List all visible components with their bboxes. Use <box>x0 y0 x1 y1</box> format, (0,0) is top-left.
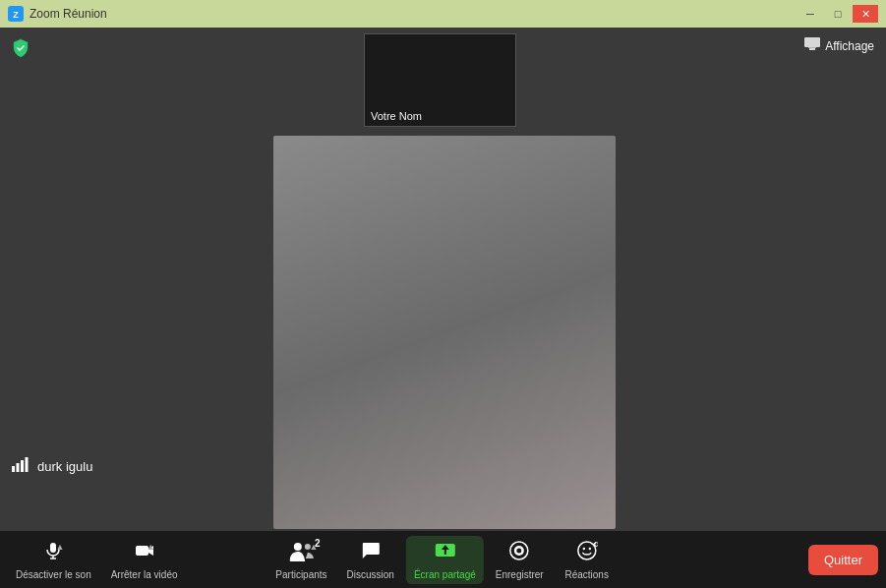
svg-rect-8 <box>26 457 29 472</box>
screen-share-icon <box>433 540 456 567</box>
svg-rect-6 <box>17 463 20 472</box>
discussion-button[interactable]: Discussion <box>339 536 402 584</box>
svg-rect-4 <box>808 47 816 48</box>
record-icon <box>508 540 530 567</box>
titlebar-left: Z Zoom Réunion <box>8 6 107 22</box>
toolbar-right: Quitter <box>808 545 878 575</box>
user-name-label: durk igulu <box>37 459 92 474</box>
window-controls: ─ □ ✕ <box>797 5 878 23</box>
affichage-icon <box>804 37 820 54</box>
svg-point-21 <box>588 547 590 549</box>
video-chevron-icon[interactable]: ▲ <box>147 542 155 552</box>
main-video-area: Affichage Votre Nom durk igulu <box>0 28 886 531</box>
maximize-button[interactable]: □ <box>825 5 851 23</box>
screen-share-label: Écran partagé <box>414 569 476 580</box>
self-video-thumbnail: Votre Nom <box>364 33 516 127</box>
mic-chevron-icon[interactable]: ▲ <box>55 542 64 552</box>
svg-rect-7 <box>21 460 24 472</box>
screen-share-button[interactable]: Écran partagé <box>406 536 484 584</box>
svg-point-19 <box>578 542 596 559</box>
user-info-bar: durk igulu <box>12 456 92 476</box>
minimize-button[interactable]: ─ <box>797 5 823 23</box>
mic-button[interactable]: ▲ Désactiver le son <box>8 536 99 584</box>
mic-icon: ▲ <box>42 540 64 567</box>
signal-icon <box>12 456 31 476</box>
record-label: Enregistrer <box>496 569 544 580</box>
titlebar: Z Zoom Réunion ─ □ ✕ <box>0 0 886 28</box>
window-title: Zoom Réunion <box>30 7 107 21</box>
quit-button[interactable]: Quitter <box>808 545 878 575</box>
svg-point-20 <box>582 547 584 549</box>
svg-rect-2 <box>804 37 820 47</box>
mic-label: Désactiver le son <box>16 569 91 580</box>
self-video-label: Votre Nom <box>371 110 422 122</box>
record-button[interactable]: Enregistrer <box>488 536 552 584</box>
toolbar-left: ▲ Désactiver le son ▲ Arrêter la vidéo <box>8 536 186 584</box>
svg-rect-3 <box>809 48 815 50</box>
svg-text:+: + <box>595 543 597 547</box>
svg-text:Z: Z <box>13 10 19 20</box>
reactions-label: Réactions <box>564 569 608 580</box>
affichage-label: Affichage <box>825 39 874 53</box>
participants-label: Participants <box>275 569 326 580</box>
affichage-button[interactable]: Affichage <box>804 37 874 54</box>
toolbar: ▲ Désactiver le son ▲ Arrêter la vidéo <box>0 531 886 588</box>
participants-button[interactable]: 2 ▲ Participants <box>267 536 334 584</box>
camera-icon: ▲ <box>134 540 155 567</box>
reactions-button[interactable]: + Réactions <box>556 536 619 584</box>
security-shield-icon <box>10 37 31 59</box>
video-label: Arrêter la vidéo <box>111 569 178 580</box>
toolbar-center: 2 ▲ Participants Discussion Écran part <box>267 536 618 584</box>
zoom-logo-icon: Z <box>8 6 24 22</box>
chat-icon <box>360 540 382 567</box>
svg-point-18 <box>517 548 522 553</box>
reactions-icon: + <box>576 540 598 567</box>
main-participant-video <box>273 136 616 529</box>
participants-chevron-icon[interactable]: ▲ <box>310 542 319 552</box>
discussion-label: Discussion <box>347 569 394 580</box>
video-button[interactable]: ▲ Arrêter la vidéo <box>103 536 186 584</box>
close-button[interactable]: ✕ <box>853 5 878 23</box>
participants-icon: 2 ▲ <box>288 540 314 567</box>
svg-rect-5 <box>12 466 15 472</box>
svg-point-14 <box>293 543 301 551</box>
